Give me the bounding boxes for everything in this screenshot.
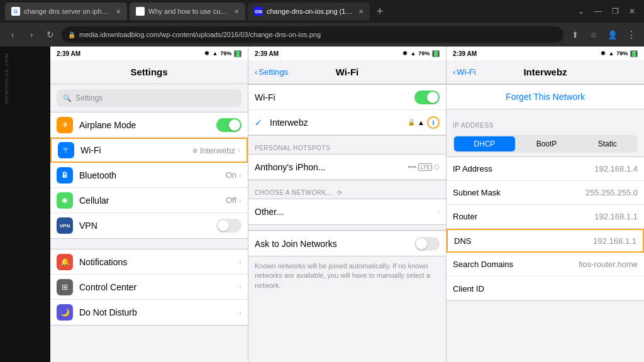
choose-network-section: Other... › bbox=[248, 199, 446, 225]
panel1-bluetooth-icon: ✱ bbox=[204, 50, 209, 57]
panel3-back-chevron: ‹ bbox=[453, 67, 455, 77]
choose-network-text: CHOOSE A NETWORK... bbox=[255, 189, 332, 196]
menu-button[interactable]: ⋮ bbox=[624, 27, 639, 42]
wifi-toggle-switch[interactable] bbox=[414, 90, 440, 104]
hotspot-row[interactable]: Anthony's iPhon... •••• LTE ⬡ bbox=[248, 155, 446, 180]
airplane-mode-toggle[interactable] bbox=[216, 118, 242, 132]
lock-icon: 🔒 bbox=[408, 119, 415, 126]
tab-2-close[interactable]: ✕ bbox=[234, 8, 239, 15]
panel3-nav-header: ‹ Wi-Fi Interwebz bbox=[447, 60, 644, 84]
wifi-row[interactable]: 〒 Wi-Fi ⊕ Interwebz › bbox=[50, 138, 248, 163]
back-button[interactable]: ‹ bbox=[5, 27, 20, 42]
cellular-chevron: › bbox=[239, 196, 242, 205]
cellular-value: Off bbox=[226, 195, 236, 205]
settings-search-box[interactable]: 🔍 Settings bbox=[57, 89, 242, 107]
url-text: media.idownloadblog.com/wp-content/uploa… bbox=[79, 31, 321, 38]
settings-section-2: 🔔 Notifications › ⊞ Control Center › bbox=[50, 249, 248, 326]
vpn-icon: VPN bbox=[57, 217, 73, 234]
panel1-battery-pct: 79% bbox=[220, 50, 231, 57]
ask-join-thumb bbox=[416, 238, 427, 250]
vpn-row[interactable]: VPN VPN bbox=[50, 213, 248, 238]
notifications-row[interactable]: 🔔 Notifications › bbox=[50, 250, 248, 275]
cellular-row[interactable]: ◉ Cellular Off › bbox=[50, 188, 248, 213]
tab-3[interactable]: iDB change-dns-on-ios.png (1948×1136) ✕ bbox=[248, 3, 370, 20]
minimize-btn[interactable]: — bbox=[591, 6, 606, 17]
panel2-battery-icon: █ bbox=[432, 50, 440, 57]
static-segment[interactable]: Static bbox=[577, 135, 638, 153]
tab-2-favicon bbox=[136, 7, 145, 16]
airplane-mode-row[interactable]: ✈ Airplane Mode bbox=[50, 112, 248, 138]
panel1-wifi-icon: ▲ bbox=[212, 50, 218, 57]
profile-button[interactable]: 👤 bbox=[605, 27, 620, 42]
control-center-label: Control Center bbox=[79, 282, 239, 292]
panel1-battery-icon: █ bbox=[234, 50, 242, 57]
do-not-disturb-row[interactable]: 🌙 Do Not Disturb › bbox=[50, 300, 248, 325]
interwebz-panel: 2:39 AM ✱ ▲ 79% █ ‹ Wi-Fi Interwebz Forg… bbox=[447, 47, 644, 362]
control-center-chevron: › bbox=[239, 283, 242, 292]
static-label: Static bbox=[598, 140, 617, 148]
wifi-toggle-section: Wi-Fi ✓ Interwebz 🔒 ▲ i bbox=[248, 84, 446, 136]
ask-join-row[interactable]: Ask to Join Networks bbox=[248, 231, 446, 256]
close-btn[interactable]: ✕ bbox=[625, 6, 639, 17]
panel3-bluetooth-icon: ✱ bbox=[601, 50, 606, 57]
wifi-chevron: › bbox=[238, 146, 240, 155]
panel2-wifi-icon: ▲ bbox=[410, 50, 416, 57]
ip-segment-control[interactable]: DHCP BootP Static bbox=[453, 135, 638, 153]
bluetooth-row[interactable]: Ƀ Bluetooth On › bbox=[50, 163, 248, 188]
hotspot-name: Anthony's iPhon... bbox=[255, 162, 408, 172]
panel3-back-btn[interactable]: ‹ Wi-Fi bbox=[453, 67, 476, 77]
dns-row[interactable]: DNS 192.168.1.1 bbox=[447, 229, 644, 253]
vpn-toggle[interactable] bbox=[216, 219, 242, 233]
tab-1-label: change dns server on iphone - Google Se.… bbox=[24, 8, 112, 15]
tab-1[interactable]: G change dns server on iphone - Google S… bbox=[5, 3, 127, 20]
browser-chrome: G change dns server on iphone - Google S… bbox=[0, 0, 644, 47]
panel3-time: 2:39 AM bbox=[453, 50, 477, 57]
other-network-row[interactable]: Other... › bbox=[248, 199, 446, 224]
control-center-icon: ⊞ bbox=[57, 279, 73, 295]
ask-join-toggle[interactable] bbox=[414, 237, 440, 251]
bootp-segment[interactable]: BootP bbox=[516, 135, 577, 153]
forget-network-button[interactable]: Forget This Network bbox=[447, 84, 644, 109]
panel2-back-btn[interactable]: ‹ Settings bbox=[255, 67, 288, 77]
subnet-mask-label: Subnet Mask bbox=[453, 188, 586, 197]
bluetooth-label: Bluetooth bbox=[79, 170, 226, 180]
panel2-bluetooth-icon: ✱ bbox=[402, 50, 408, 57]
down-arrow-btn[interactable]: ⌄ bbox=[574, 6, 588, 17]
reload-button[interactable]: ↻ bbox=[43, 27, 58, 42]
tab-2[interactable]: Why and how to use custom DNS settings..… bbox=[130, 3, 245, 20]
check-icon: ✓ bbox=[255, 118, 265, 128]
do-not-disturb-icon: 🌙 bbox=[57, 304, 73, 321]
notifications-chevron: › bbox=[239, 258, 242, 266]
search-placeholder-text: Settings bbox=[75, 94, 103, 102]
search-domains-row: Search Domains fios-router.home bbox=[447, 253, 644, 277]
forward-button[interactable]: › bbox=[24, 27, 39, 42]
lock-icon: 🔒 bbox=[68, 31, 75, 38]
interwebz-row[interactable]: ✓ Interwebz 🔒 ▲ i bbox=[248, 110, 446, 135]
new-tab-icon: + bbox=[377, 5, 384, 18]
address-bar-row: ‹ › ↻ 🔒 media.idownloadblog.com/wp-conte… bbox=[0, 23, 644, 47]
wifi-value: Interwebz bbox=[200, 146, 235, 155]
personal-hotspots-header: PERSONAL HOTSPOTS bbox=[248, 141, 446, 154]
bookmark-button[interactable]: ☆ bbox=[586, 27, 601, 42]
panel3-status-icons: ✱ ▲ 79% █ bbox=[601, 50, 638, 57]
wifi-toggle-label: Wi-Fi bbox=[255, 92, 414, 102]
search-icon: 🔍 bbox=[63, 94, 72, 102]
maximize-btn[interactable]: ❐ bbox=[608, 6, 623, 17]
wifi-toggle-row[interactable]: Wi-Fi bbox=[248, 85, 446, 110]
control-center-row[interactable]: ⊞ Control Center › bbox=[50, 275, 248, 300]
choose-network-header: CHOOSE A NETWORK... ⟳ bbox=[248, 185, 446, 199]
panel3-back-label: Wi-Fi bbox=[457, 67, 475, 77]
new-tab-button[interactable]: + bbox=[372, 4, 387, 19]
content-area: HOWISOLVE.COM 2:39 AM ✱ ▲ 79% █ Settings bbox=[0, 47, 644, 362]
network-info-button[interactable]: i bbox=[427, 116, 440, 129]
share-button[interactable]: ⬆ bbox=[567, 27, 582, 42]
dhcp-segment[interactable]: DHCP bbox=[454, 136, 515, 151]
airplane-toggle-thumb bbox=[229, 119, 240, 131]
cellular-label: Cellular bbox=[79, 195, 226, 206]
panel1-nav-header: Settings bbox=[50, 60, 248, 84]
wifi-toggle-thumb bbox=[427, 92, 438, 103]
subnet-mask-value: 255.255.255.0 bbox=[586, 188, 638, 197]
address-bar[interactable]: 🔒 media.idownloadblog.com/wp-content/upl… bbox=[62, 26, 564, 43]
tab-3-close[interactable]: ✕ bbox=[358, 8, 364, 15]
tab-1-close[interactable]: ✕ bbox=[116, 8, 121, 15]
